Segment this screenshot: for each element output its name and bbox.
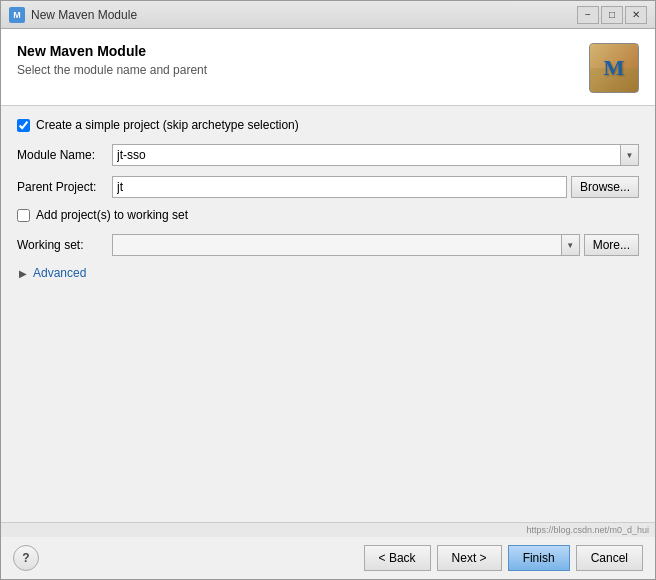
working-set-input[interactable] [112,234,562,256]
module-name-row: Module Name: ▼ [17,144,639,166]
advanced-arrow-icon: ▶ [17,267,29,279]
watermark: https://blog.csdn.net/m0_d_hui [1,523,655,537]
browse-button[interactable]: Browse... [571,176,639,198]
working-set-checkbox-row: Add project(s) to working set [17,208,639,222]
window-controls: − □ ✕ [577,6,647,24]
working-set-row: Working set: ▼ More... [17,234,639,256]
window-icon-letter: M [13,10,21,20]
maven-icon: M [589,43,639,93]
title-bar: M New Maven Module − □ ✕ [1,1,655,29]
help-button[interactable]: ? [13,545,39,571]
advanced-label[interactable]: Advanced [33,266,86,280]
window-title: New Maven Module [31,8,577,22]
footer-buttons: ? < Back Next > Finish Cancel [1,537,655,579]
dialog-title: New Maven Module [17,43,207,59]
parent-project-row: Parent Project: Browse... [17,176,639,198]
header-section: New Maven Module Select the module name … [1,29,655,106]
form-section: Create a simple project (skip archetype … [1,106,655,522]
content-area: New Maven Module Select the module name … [1,29,655,522]
advanced-row[interactable]: ▶ Advanced [17,266,639,280]
module-name-label: Module Name: [17,148,112,162]
working-set-checkbox-label[interactable]: Add project(s) to working set [36,208,188,222]
header-text: New Maven Module Select the module name … [17,43,207,77]
working-set-label: Working set: [17,238,112,252]
back-button[interactable]: < Back [364,545,431,571]
parent-project-input[interactable] [112,176,567,198]
parent-project-label: Parent Project: [17,180,112,194]
module-name-input-wrap: ▼ [112,144,639,166]
working-set-checkbox[interactable] [17,209,30,222]
working-set-input-wrap: ▼ More... [112,234,639,256]
next-button[interactable]: Next > [437,545,502,571]
maximize-button[interactable]: □ [601,6,623,24]
cancel-button[interactable]: Cancel [576,545,643,571]
window: M New Maven Module − □ ✕ New Maven Modul… [0,0,656,580]
dialog-subtitle: Select the module name and parent [17,63,207,77]
simple-project-row: Create a simple project (skip archetype … [17,118,639,132]
simple-project-label[interactable]: Create a simple project (skip archetype … [36,118,299,132]
parent-project-input-wrap: Browse... [112,176,639,198]
window-icon: M [9,7,25,23]
module-name-dropdown[interactable]: ▼ [621,144,639,166]
simple-project-checkbox[interactable] [17,119,30,132]
maven-icon-letter: M [604,55,625,81]
more-button[interactable]: More... [584,234,639,256]
working-set-dropdown[interactable]: ▼ [562,234,580,256]
close-button[interactable]: ✕ [625,6,647,24]
footer: https://blog.csdn.net/m0_d_hui ? < Back … [1,522,655,579]
minimize-button[interactable]: − [577,6,599,24]
finish-button[interactable]: Finish [508,545,570,571]
module-name-input[interactable] [112,144,621,166]
